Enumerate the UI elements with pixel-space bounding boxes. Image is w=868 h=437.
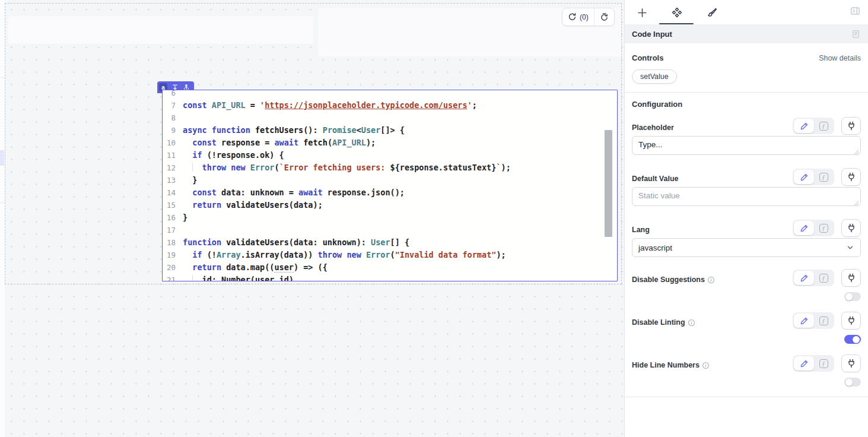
function-mode-button[interactable]: ƒ	[814, 221, 833, 235]
code-line[interactable]: 19 if (!Array.isArray(data)) throw new E…	[163, 249, 617, 261]
active-tab-indicator	[659, 23, 694, 25]
history-icon	[600, 12, 609, 21]
controls-section-title: Controls	[632, 53, 663, 62]
pencil-icon	[800, 316, 809, 325]
info-icon[interactable]	[707, 276, 715, 284]
code-line[interactable]: 17	[163, 224, 617, 236]
code-text: return data.map((user) => ({	[176, 261, 328, 274]
component-title: Code Input	[632, 30, 672, 39]
bind-data-button[interactable]	[841, 312, 861, 330]
info-icon[interactable]	[702, 362, 710, 369]
lang-select-value: javascript	[638, 243, 672, 252]
plug-icon	[847, 273, 856, 283]
static-mode-button[interactable]	[794, 356, 814, 370]
canvas-toolbar: (0)	[562, 8, 615, 26]
hide-line-numbers-label: Hide Line Numbers	[632, 361, 710, 372]
code-line[interactable]: 8	[163, 112, 617, 124]
static-mode-button[interactable]	[794, 314, 814, 328]
code-text: if (!Array.isArray(data)) throw new Erro…	[176, 249, 506, 261]
history-button[interactable]	[594, 8, 614, 26]
bind-data-button[interactable]	[841, 354, 861, 372]
section-divider	[625, 397, 868, 397]
function-mode-button[interactable]: ƒ	[814, 356, 833, 370]
value-mode-segment: ƒ	[793, 270, 834, 286]
lang-select[interactable]: javascript	[632, 238, 861, 257]
code-text: const response = await fetch(API_URL);	[176, 137, 376, 149]
line-number: 20	[163, 261, 176, 274]
code-line[interactable]: 10 const response = await fetch(API_URL)…	[163, 137, 617, 149]
docs-icon[interactable]	[851, 30, 860, 39]
code-line[interactable]: 7const API_URL = 'https://jsonplaceholde…	[163, 99, 617, 112]
code-line[interactable]: 15 return validateUsers(data);	[163, 199, 617, 211]
function-icon: ƒ	[819, 173, 828, 182]
function-mode-button[interactable]: ƒ	[814, 271, 833, 285]
function-icon: ƒ	[819, 359, 828, 368]
disable-suggestions-label: Disable Suggestions	[632, 276, 715, 287]
code-text	[176, 90, 183, 99]
show-details-link[interactable]: Show details	[819, 54, 861, 62]
canvas-left-gutter	[0, 0, 5, 437]
static-mode-button[interactable]	[794, 271, 814, 285]
components-icon	[672, 7, 682, 18]
function-icon: ƒ	[819, 274, 828, 283]
code-text: const API_URL = 'https://jsonplaceholder…	[176, 99, 477, 112]
function-mode-button[interactable]: ƒ	[814, 314, 833, 328]
placeholder-input[interactable]: Type...	[632, 136, 861, 155]
bind-data-button[interactable]	[841, 168, 861, 186]
sync-count: (0)	[580, 13, 589, 21]
editor-scrollbar[interactable]	[605, 130, 612, 237]
lang-label: Lang	[632, 226, 650, 237]
plug-icon	[847, 172, 856, 182]
collapse-panel-icon[interactable]	[850, 6, 860, 16]
code-line[interactable]: 11 if (!response.ok) {	[163, 149, 617, 162]
line-number: 10	[163, 137, 176, 149]
bind-data-button[interactable]	[841, 117, 861, 135]
static-mode-button[interactable]	[794, 221, 814, 235]
tab-insert[interactable]	[635, 6, 648, 19]
plug-icon	[847, 359, 856, 368]
code-line[interactable]: 21 id: Number(user.id),	[163, 274, 617, 281]
code-line[interactable]: 12 throw new Error(`Error fetching users…	[163, 162, 617, 174]
static-mode-button[interactable]	[794, 119, 814, 133]
bind-data-button[interactable]	[841, 269, 861, 287]
refresh-icon	[568, 12, 577, 21]
info-icon[interactable]	[688, 319, 695, 327]
setvalue-button[interactable]: setValue	[632, 69, 677, 84]
code-line[interactable]: 14 const data: unknown = await response.…	[163, 186, 617, 199]
code-text	[176, 224, 183, 236]
function-mode-button[interactable]: ƒ	[814, 170, 833, 184]
disable-linting-toggle[interactable]	[844, 335, 861, 344]
inspector-content: Controls Show details setValue Configura…	[625, 53, 868, 397]
line-number: 8	[163, 112, 176, 124]
tab-components[interactable]	[670, 6, 683, 19]
code-line[interactable]: 16}	[163, 211, 617, 224]
line-number: 6	[163, 90, 176, 99]
function-mode-button[interactable]: ƒ	[814, 119, 833, 133]
code-editor-viewport[interactable]: 67const API_URL = 'https://jsonplacehold…	[163, 90, 617, 281]
static-mode-button[interactable]	[794, 170, 814, 184]
pencil-icon	[800, 274, 809, 283]
disable-suggestions-toggle[interactable]	[844, 292, 861, 301]
bind-data-button[interactable]	[841, 219, 861, 237]
design-canvas[interactable]: (0) a	[0, 0, 624, 437]
tab-appearance[interactable]	[705, 6, 718, 19]
inspector-panel: Code Input Controls Show details setValu…	[624, 0, 868, 437]
line-number: 17	[163, 224, 176, 236]
code-line[interactable]: 20 return data.map((user) => ({	[163, 261, 617, 274]
code-text: }	[176, 211, 187, 224]
sync-button[interactable]: (0)	[562, 8, 594, 26]
pencil-icon	[800, 173, 809, 182]
configuration-section-title: Configuration	[632, 100, 861, 109]
code-input-component[interactable]: 67const API_URL = 'https://jsonplacehold…	[162, 90, 618, 281]
hide-line-numbers-toggle[interactable]	[844, 378, 861, 387]
chevron-down-icon	[846, 243, 854, 252]
code-line[interactable]: 18function validateUsers(data: unknown):…	[163, 236, 617, 249]
default-value-input[interactable]	[632, 187, 861, 206]
code-line[interactable]: 9async function fetchUsers(): Promise<Us…	[163, 124, 617, 137]
code-line[interactable]: 6	[163, 90, 617, 99]
code-text: async function fetchUsers(): Promise<Use…	[176, 124, 405, 137]
app-builder-window: (0) a	[0, 0, 868, 437]
line-number: 18	[163, 236, 176, 249]
code-line[interactable]: 13 }	[163, 174, 617, 186]
disable-linting-label: Disable Linting	[632, 318, 695, 330]
